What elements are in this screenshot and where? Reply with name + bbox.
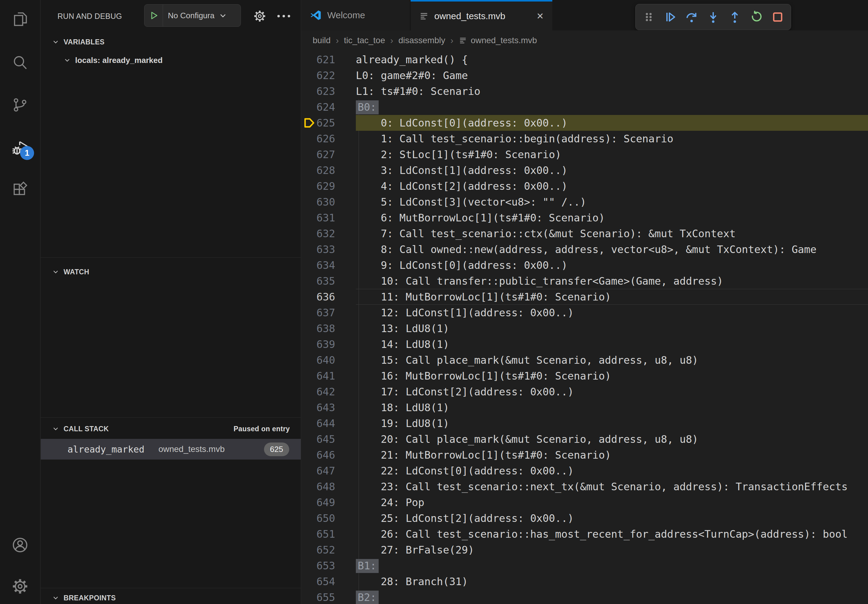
code-line-630[interactable]: 630 5: LdConst[3](vector<u8>: "" /..) [301, 194, 868, 210]
stop-button[interactable] [769, 8, 786, 26]
breadcrumb-item[interactable]: disassembly [398, 36, 445, 45]
line-number[interactable]: 648 [301, 479, 341, 494]
line-number[interactable]: 646 [301, 447, 341, 463]
code-line-643[interactable]: 643 18: LdU8(1) [301, 400, 868, 415]
code-line-628[interactable]: 628 3: LdConst[1](address: 0x00..) [301, 163, 868, 178]
breadcrumb-item[interactable]: build [313, 36, 330, 45]
code-editor[interactable]: 621already_marked() {622L0: game#2#0: Ga… [301, 52, 868, 604]
line-number[interactable]: 628 [301, 163, 341, 178]
explorer-icon[interactable] [0, 10, 40, 28]
code-line-648[interactable]: 648 23: Call test_scenario::next_tx(&mut… [301, 479, 868, 494]
breadcrumb-file-item[interactable]: owned_tests.mvb [459, 36, 537, 45]
code-line-632[interactable]: 632 7: Call test_scenario::ctx(&mut Scen… [301, 226, 868, 242]
line-number[interactable]: 621 [301, 52, 341, 68]
restart-button[interactable] [747, 8, 765, 26]
search-icon[interactable] [0, 54, 40, 71]
call-stack-section-header[interactable]: CALL STACK Paused on entry [41, 421, 301, 437]
code-line-623[interactable]: 623L1: ts#1#0: Scenario [301, 83, 868, 99]
line-number[interactable]: 632 [301, 226, 341, 242]
line-number[interactable]: 641 [301, 368, 341, 384]
tab-owned-tests[interactable]: owned_tests.mvb ✕ [411, 0, 552, 30]
debug-config-dropdown[interactable]: No Configura [144, 4, 241, 27]
debug-settings-gear-icon[interactable] [253, 9, 267, 23]
code-line-639[interactable]: 639 14: LdU8(1) [301, 336, 868, 352]
line-number[interactable]: 655 [301, 589, 341, 604]
line-number[interactable]: 622 [301, 68, 341, 83]
code-line-654[interactable]: 654 28: Branch(31) [301, 574, 868, 589]
code-line-652[interactable]: 652 27: BrFalse(29) [301, 542, 868, 558]
line-number[interactable]: 644 [301, 415, 341, 431]
code-line-651[interactable]: 651 26: Call test_scenario::has_most_rec… [301, 526, 868, 542]
close-icon[interactable]: ✕ [536, 11, 544, 21]
line-number[interactable]: 639 [301, 336, 341, 352]
line-number[interactable]: 653 [301, 558, 341, 574]
extensions-icon[interactable] [0, 181, 40, 199]
source-control-icon[interactable] [0, 96, 40, 114]
variables-section-header[interactable]: VARIABLES [41, 34, 301, 50]
code-line-631[interactable]: 631 6: MutBorrowLoc[1](ts#1#0: Scenario) [301, 210, 868, 226]
continue-button[interactable] [662, 8, 679, 26]
code-line-633[interactable]: 633 8: Call owned::new(address, address,… [301, 242, 868, 257]
drag-grip-icon[interactable] [640, 8, 657, 26]
code-line-635[interactable]: 635 10: Call transfer::public_transfer<G… [301, 273, 868, 289]
code-line-640[interactable]: 640 15: Call place_mark(&mut Scenario, a… [301, 352, 868, 368]
line-number[interactable]: 623 [301, 83, 341, 99]
line-number[interactable]: 637 [301, 305, 341, 321]
line-number[interactable]: 624 [301, 99, 341, 115]
code-line-621[interactable]: 621already_marked() { [301, 52, 868, 68]
line-number[interactable]: 650 [301, 510, 341, 526]
code-line-645[interactable]: 645 20: Call place_mark(&mut Scenario, a… [301, 431, 868, 447]
line-number[interactable]: 642 [301, 384, 341, 400]
line-number[interactable]: 640 [301, 352, 341, 368]
line-number[interactable]: 649 [301, 494, 341, 510]
line-number[interactable]: 645 [301, 431, 341, 447]
line-number[interactable]: 647 [301, 463, 341, 479]
code-line-627[interactable]: 627 2: StLoc[1](ts#1#0: Scenario) [301, 147, 868, 163]
more-actions-icon[interactable] [276, 13, 291, 19]
code-line-655[interactable]: 655B2: [301, 589, 868, 604]
line-number[interactable]: 654 [301, 574, 341, 589]
line-number[interactable]: 626 [301, 131, 341, 147]
settings-gear-icon[interactable] [0, 578, 40, 595]
breadcrumb-item[interactable]: tic_tac_toe [344, 36, 385, 45]
breakpoints-section-header[interactable]: BREAKPOINTS [41, 590, 301, 604]
code-line-622[interactable]: 622L0: game#2#0: Game [301, 68, 868, 83]
code-line-642[interactable]: 642 17: LdConst[2](address: 0x00..) [301, 384, 868, 400]
line-number[interactable]: 635 [301, 273, 341, 289]
line-number[interactable]: 630 [301, 194, 341, 210]
code-line-634[interactable]: 634 9: LdConst[0](address: 0x00..) [301, 257, 868, 273]
code-line-653[interactable]: 653B1: [301, 558, 868, 574]
line-number[interactable]: 636 [301, 289, 341, 305]
line-number[interactable]: 631 [301, 210, 341, 226]
step-into-button[interactable] [704, 8, 722, 26]
watch-section-header[interactable]: WATCH [41, 264, 301, 280]
code-line-626[interactable]: 626 1: Call test_scenario::begin(address… [301, 131, 868, 147]
account-icon[interactable] [0, 536, 40, 554]
step-out-button[interactable] [726, 8, 744, 26]
code-line-625[interactable]: 625 0: LdConst[0](address: 0x00..) [301, 115, 868, 131]
line-number[interactable]: 638 [301, 321, 341, 336]
code-line-637[interactable]: 637 12: LdConst[1](address: 0x00..) [301, 305, 868, 321]
code-line-650[interactable]: 650 25: LdConst[2](address: 0x00..) [301, 510, 868, 526]
call-stack-frame[interactable]: already_marked owned_tests.mvb 625 [41, 439, 301, 460]
code-line-647[interactable]: 647 22: LdConst[0](address: 0x00..) [301, 463, 868, 479]
line-number[interactable]: 651 [301, 526, 341, 542]
tab-welcome[interactable]: Welcome [301, 0, 411, 30]
code-line-636[interactable]: 636 11: MutBorrowLoc[1](ts#1#0: Scenario… [301, 289, 868, 305]
line-number[interactable]: 633 [301, 242, 341, 257]
code-line-624[interactable]: 624B0: [301, 99, 868, 115]
variables-locals-row[interactable]: locals: already_marked [41, 52, 301, 68]
line-number[interactable]: 625 [301, 115, 341, 131]
line-number[interactable]: 643 [301, 400, 341, 415]
line-number[interactable]: 634 [301, 257, 341, 273]
code-line-638[interactable]: 638 13: LdU8(1) [301, 321, 868, 336]
line-number[interactable]: 627 [301, 147, 341, 163]
line-number[interactable]: 652 [301, 542, 341, 558]
line-number[interactable]: 629 [301, 178, 341, 194]
code-line-644[interactable]: 644 19: LdU8(1) [301, 415, 868, 431]
step-over-button[interactable] [683, 8, 701, 26]
code-line-629[interactable]: 629 4: LdConst[2](address: 0x00..) [301, 178, 868, 194]
code-line-649[interactable]: 649 24: Pop [301, 494, 868, 510]
code-line-641[interactable]: 641 16: MutBorrowLoc[1](ts#1#0: Scenario… [301, 368, 868, 384]
run-and-debug-icon[interactable]: 1 [0, 139, 40, 157]
